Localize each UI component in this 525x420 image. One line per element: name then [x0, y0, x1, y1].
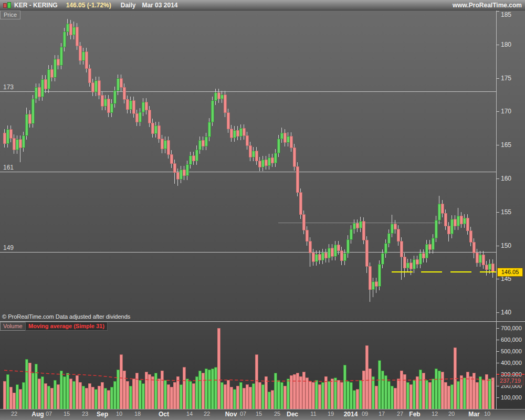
candlestick-icon: [3, 1, 11, 9]
moving-average-legend[interactable]: Moving average (Simple 31): [25, 322, 108, 331]
tab-price[interactable]: Price: [0, 10, 20, 19]
price-pane: 173161149 Price © ProRealTime.com Data a…: [0, 10, 525, 321]
instrument-title: KER - KERING: [14, 2, 58, 9]
copyright-note: © ProRealTime.com Data adjusted after di…: [2, 313, 130, 320]
volume-chart-canvas[interactable]: [0, 322, 496, 409]
last-price-chip: 146.05: [497, 268, 523, 277]
axis-divider: [496, 10, 497, 410]
prorealtime-link[interactable]: www.ProRealTime.com: [453, 2, 525, 9]
title-bar: KER - KERING 146.05 (-1.72%) Daily Mar 0…: [0, 0, 525, 10]
svg-text:161: 161: [3, 164, 14, 171]
date-labels: 22Aug071523Sep1018Oct1422Nov071525Dec111…: [0, 410, 496, 420]
volume-axis[interactable]: 100,000200,000300,000400,000500,000600,0…: [496, 322, 525, 409]
date-axis[interactable]: 22Aug071523Sep1018Oct1422Nov071525Dec111…: [0, 409, 525, 420]
ma-value-dash: [496, 374, 524, 375]
timeframe-label: Daily: [121, 2, 136, 9]
ma-value-chip: 237,719: [497, 376, 524, 385]
tab-volume[interactable]: Volume: [0, 322, 26, 331]
svg-text:149: 149: [3, 244, 14, 251]
price-chart-canvas[interactable]: 173161149: [0, 10, 496, 321]
prorealtime-chart-window: KER - KERING 146.05 (-1.72%) Daily Mar 0…: [0, 0, 525, 420]
svg-text:173: 173: [3, 83, 14, 91]
last-quote-change: 146.05 (-1.72%): [66, 2, 111, 9]
session-date: Mar 03 2014: [142, 2, 177, 9]
volume-pane: Volume Moving average (Simple 31) 100,00…: [0, 321, 525, 409]
